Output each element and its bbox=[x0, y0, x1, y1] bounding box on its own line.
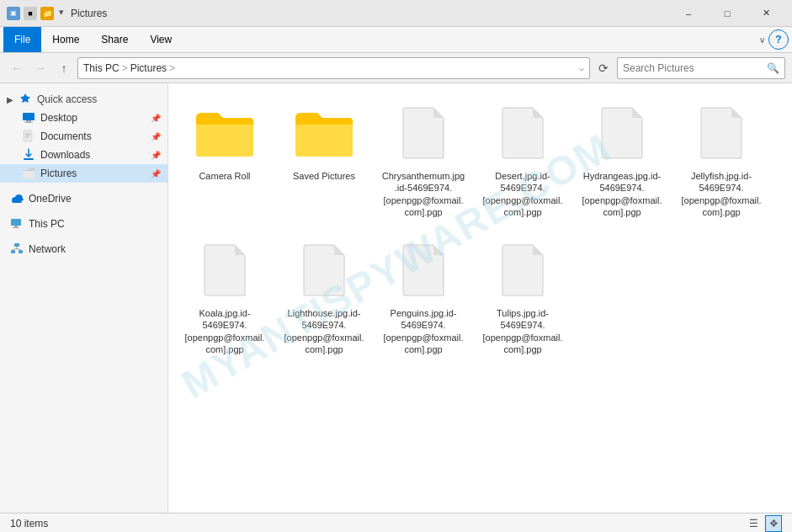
file-icon-wrapper bbox=[592, 99, 652, 167]
sidebar-item-onedrive[interactable]: OneDrive bbox=[0, 189, 167, 208]
close-button[interactable]: ✕ bbox=[747, 0, 785, 27]
pictures-pin-icon: 📌 bbox=[151, 169, 161, 178]
file-item[interactable]: Camera Roll bbox=[178, 93, 271, 224]
help-button[interactable]: ? bbox=[768, 29, 789, 50]
status-bar: 10 items ☰ ❖ bbox=[0, 513, 792, 532]
documents-icon bbox=[22, 130, 35, 143]
path-separator-1: > bbox=[122, 62, 128, 74]
desktop-label: Desktop bbox=[40, 112, 146, 124]
refresh-button[interactable]: ⟳ bbox=[593, 58, 614, 78]
pictures-folder-icon bbox=[22, 167, 35, 180]
thispc-label: This PC bbox=[29, 218, 161, 230]
minimize-button[interactable]: – bbox=[669, 0, 708, 27]
svg-rect-9 bbox=[11, 219, 21, 226]
file-name: Hydrangeas.jpg.id-5469E974.[openpgp@foxm… bbox=[580, 170, 664, 218]
sidebar-item-network[interactable]: Network bbox=[0, 240, 167, 258]
file-name: Koala.jpg.id-5469E974.[openpgp@foxmail.c… bbox=[183, 307, 267, 355]
file-icon-wrapper bbox=[393, 99, 454, 167]
svg-rect-1 bbox=[26, 120, 31, 122]
file-name: Penguins.jpg.id-5469E974.[openpgp@foxmai… bbox=[381, 307, 465, 355]
file-icon-wrapper bbox=[393, 237, 454, 304]
search-box: 🔍 bbox=[617, 57, 785, 79]
svg-rect-11 bbox=[13, 227, 19, 228]
sidebar-item-downloads[interactable]: Downloads 📌 bbox=[0, 146, 167, 164]
app-icon-2: ■ bbox=[24, 7, 37, 20]
item-count: 10 items bbox=[10, 518, 48, 529]
svg-rect-2 bbox=[24, 122, 33, 123]
svg-rect-7 bbox=[24, 158, 34, 160]
onedrive-icon bbox=[10, 192, 24, 205]
sidebar-item-pictures[interactable]: Pictures 📌 bbox=[0, 164, 167, 183]
path-segment-pictures[interactable]: Pictures bbox=[130, 62, 167, 74]
path-separator-2: > bbox=[169, 62, 175, 74]
file-item[interactable]: Jellyfish.jpg.id-5469E974.[openpgp@foxma… bbox=[675, 93, 768, 224]
ribbon-tabs: File Home Share View ∨ ? bbox=[0, 27, 792, 52]
doc-icon bbox=[302, 243, 346, 297]
up-button[interactable]: ↑ bbox=[54, 58, 74, 78]
file-name: Lighthouse.jpg.id-5469E974.[openpgp@foxm… bbox=[282, 307, 366, 355]
quickaccess-label: Quick access bbox=[37, 93, 97, 105]
doc-icon bbox=[401, 243, 445, 297]
file-item[interactable]: Hydrangeas.jpg.id-5469E974.[openpgp@foxm… bbox=[576, 93, 668, 224]
tab-home[interactable]: Home bbox=[41, 27, 90, 52]
maximize-button[interactable]: □ bbox=[708, 0, 747, 27]
window-title: Pictures bbox=[71, 8, 107, 19]
desktop-pin-icon: 📌 bbox=[151, 114, 161, 123]
ribbon: File Home Share View ∨ ? bbox=[0, 27, 792, 53]
file-name: Camera Roll bbox=[199, 170, 250, 182]
doc-icon bbox=[203, 243, 247, 297]
file-icon-wrapper bbox=[492, 99, 553, 167]
address-path[interactable]: This PC > Pictures > ⌵ bbox=[77, 57, 590, 79]
file-item[interactable]: Saved Pictures bbox=[278, 93, 370, 224]
address-dropdown-icon[interactable]: ⌵ bbox=[579, 63, 584, 72]
sidebar-section-thispc: This PC bbox=[0, 211, 167, 237]
doc-icon bbox=[501, 243, 545, 297]
sidebar-item-desktop[interactable]: Desktop 📌 bbox=[0, 109, 167, 127]
ribbon-collapse-icon[interactable]: ∨ bbox=[759, 35, 765, 45]
svg-rect-8 bbox=[12, 200, 22, 203]
tab-file[interactable]: File bbox=[3, 27, 41, 52]
sidebar-item-thispc[interactable]: This PC bbox=[0, 215, 167, 233]
list-view-button[interactable]: ☰ bbox=[745, 515, 762, 532]
file-item[interactable]: Lighthouse.jpg.id-5469E974.[openpgp@foxm… bbox=[278, 231, 370, 361]
file-item[interactable]: Penguins.jpg.id-5469E974.[openpgp@foxmai… bbox=[377, 231, 470, 361]
onedrive-label: OneDrive bbox=[29, 193, 161, 205]
search-icon[interactable]: 🔍 bbox=[767, 62, 779, 74]
desktop-icon bbox=[22, 111, 35, 125]
svg-rect-14 bbox=[19, 250, 23, 253]
file-item[interactable]: Chrysanthemum.jpg.id-5469E974.[openpgp@f… bbox=[377, 93, 470, 224]
file-name: Desert.jpg.id-5469E974.[openpgp@foxmail.… bbox=[481, 170, 565, 218]
ribbon-right: ∨ ? bbox=[759, 29, 789, 50]
star-icon bbox=[19, 93, 32, 106]
sidebar-quickaccess-header[interactable]: ▶ Quick access bbox=[0, 90, 167, 109]
network-icon bbox=[10, 242, 24, 256]
title-bar-app-icons: ▣ ■ 📁 ▾ bbox=[7, 7, 64, 20]
content-area: Camera Roll Saved Pictures Chrysanthemum… bbox=[168, 83, 792, 513]
svg-line-17 bbox=[17, 248, 21, 250]
doc-icon bbox=[600, 106, 644, 160]
file-name: Saved Pictures bbox=[293, 170, 355, 182]
file-item[interactable]: Tulips.jpg.id-5469E974.[openpgp@foxmail.… bbox=[476, 231, 569, 361]
detail-view-button[interactable]: ❖ bbox=[765, 515, 782, 532]
tab-view[interactable]: View bbox=[139, 27, 183, 52]
thispc-icon bbox=[10, 217, 24, 231]
file-name: Jellyfish.jpg.id-5469E974.[openpgp@foxma… bbox=[679, 170, 763, 218]
sidebar: ▶ Quick access Desktop 📌 bbox=[0, 83, 168, 513]
tab-share[interactable]: Share bbox=[90, 27, 139, 52]
forward-button[interactable]: → bbox=[30, 58, 50, 78]
files-grid: Camera Roll Saved Pictures Chrysanthemum… bbox=[178, 93, 782, 361]
address-bar: ← → ↑ This PC > Pictures > ⌵ ⟳ 🔍 bbox=[0, 53, 792, 83]
main-layout: ▶ Quick access Desktop 📌 bbox=[0, 83, 792, 513]
downloads-label: Downloads bbox=[40, 149, 146, 161]
back-button[interactable]: ← bbox=[7, 58, 27, 78]
title-bar-controls: – □ ✕ bbox=[669, 0, 785, 27]
path-segment-thispc[interactable]: This PC bbox=[83, 62, 120, 74]
doc-icon bbox=[699, 106, 743, 160]
file-item[interactable]: Koala.jpg.id-5469E974.[openpgp@foxmail.c… bbox=[178, 231, 271, 361]
svg-rect-0 bbox=[23, 113, 35, 120]
documents-pin-icon: 📌 bbox=[151, 132, 161, 141]
sidebar-item-documents[interactable]: Documents 📌 bbox=[0, 127, 167, 146]
search-input[interactable] bbox=[623, 62, 763, 74]
svg-line-16 bbox=[13, 248, 17, 250]
file-item[interactable]: Desert.jpg.id-5469E974.[openpgp@foxmail.… bbox=[476, 93, 569, 224]
